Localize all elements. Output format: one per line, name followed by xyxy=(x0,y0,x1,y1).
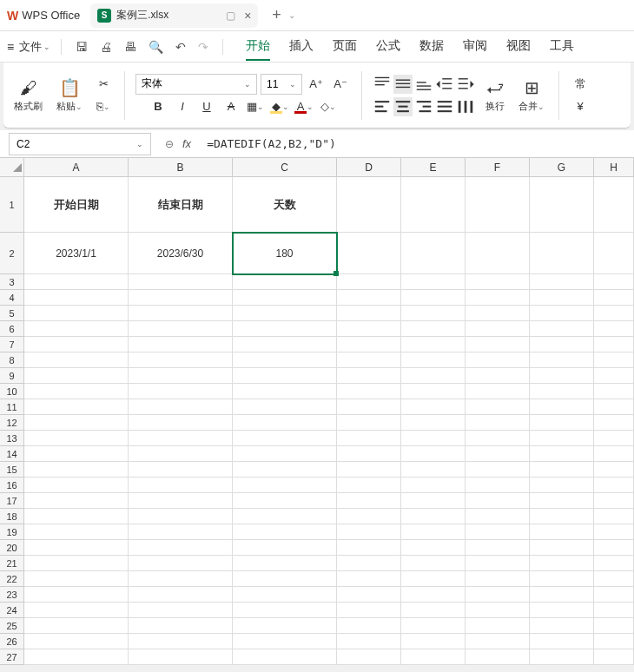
cell-B4[interactable] xyxy=(129,290,233,306)
cell-B15[interactable] xyxy=(129,462,233,478)
cell-C17[interactable] xyxy=(233,493,337,509)
cell-D21[interactable] xyxy=(337,556,401,571)
cell-F18[interactable] xyxy=(466,509,530,524)
column-header-C[interactable]: C xyxy=(233,158,337,177)
currency-icon[interactable]: ¥ xyxy=(570,96,591,117)
cell-E17[interactable] xyxy=(401,493,466,509)
row-header[interactable]: 3 xyxy=(0,274,24,290)
cell-B5[interactable] xyxy=(129,306,233,321)
cell-G7[interactable] xyxy=(530,337,594,352)
row-header[interactable]: 21 xyxy=(0,556,24,571)
cell-E4[interactable] xyxy=(401,290,466,306)
font-size-select[interactable]: 11⌄ xyxy=(261,74,302,95)
cell-H15[interactable] xyxy=(594,462,634,478)
cell-G24[interactable] xyxy=(530,603,594,618)
cell-B16[interactable] xyxy=(129,478,233,493)
cell-B3[interactable] xyxy=(129,274,233,290)
cell-G5[interactable] xyxy=(530,306,594,321)
row-header[interactable]: 26 xyxy=(0,634,24,649)
tab-tools[interactable]: 工具 xyxy=(550,33,574,61)
cell-B9[interactable] xyxy=(129,368,233,384)
cell-F3[interactable] xyxy=(466,274,530,290)
cell-A2[interactable]: 2023/1/1 xyxy=(24,233,129,274)
cell-E3[interactable] xyxy=(401,274,466,290)
cell-E8[interactable] xyxy=(401,352,466,368)
cell-F17[interactable] xyxy=(466,493,530,509)
cell-A12[interactable] xyxy=(24,415,129,431)
undo-icon[interactable]: ↶ xyxy=(172,40,189,54)
cell-B25[interactable] xyxy=(129,618,233,634)
cell-D2[interactable] xyxy=(337,233,401,274)
cell-B12[interactable] xyxy=(129,415,233,431)
bold-button[interactable]: B xyxy=(148,96,168,117)
cell-A26[interactable] xyxy=(24,634,129,649)
cell-E12[interactable] xyxy=(401,415,466,431)
cell-G6[interactable] xyxy=(530,321,594,337)
italic-button[interactable]: I xyxy=(172,96,193,117)
cell-A8[interactable] xyxy=(24,352,129,368)
select-all-corner[interactable] xyxy=(0,158,24,177)
cell-H6[interactable] xyxy=(594,321,634,337)
new-tab-button[interactable]: + xyxy=(272,6,281,24)
cell-C10[interactable] xyxy=(233,384,337,399)
cell-H4[interactable] xyxy=(594,290,634,306)
cell-F9[interactable] xyxy=(466,368,530,384)
cell-D19[interactable] xyxy=(337,524,401,540)
cell-A7[interactable] xyxy=(24,337,129,352)
row-header[interactable]: 9 xyxy=(0,368,24,384)
cell-E6[interactable] xyxy=(401,321,466,337)
cell-C4[interactable] xyxy=(233,290,337,306)
cell-D16[interactable] xyxy=(337,478,401,493)
justify-icon[interactable] xyxy=(435,97,454,116)
cell-D27[interactable] xyxy=(337,649,401,665)
increase-font-icon[interactable]: A⁺ xyxy=(306,74,327,95)
cell-C11[interactable] xyxy=(233,399,337,415)
cut-icon[interactable]: ✂ xyxy=(93,74,114,95)
cell-D17[interactable] xyxy=(337,493,401,509)
cell-H19[interactable] xyxy=(594,524,634,540)
cell-F10[interactable] xyxy=(466,384,530,399)
row-header[interactable]: 20 xyxy=(0,540,24,556)
cell-F12[interactable] xyxy=(466,415,530,431)
cell-D4[interactable] xyxy=(337,290,401,306)
cell-G4[interactable] xyxy=(530,290,594,306)
cell-C12[interactable] xyxy=(233,415,337,431)
cell-H21[interactable] xyxy=(594,556,634,571)
name-box[interactable]: C2 ⌄ xyxy=(9,133,151,155)
export-icon[interactable]: 🖨 xyxy=(96,40,116,54)
font-name-select[interactable]: 宋体⌄ xyxy=(135,74,257,95)
decrease-font-icon[interactable]: A⁻ xyxy=(330,74,351,95)
cell-G19[interactable] xyxy=(530,524,594,540)
cell-G15[interactable] xyxy=(530,462,594,478)
cell-E18[interactable] xyxy=(401,509,466,524)
align-right-icon[interactable] xyxy=(414,97,433,116)
cell-B19[interactable] xyxy=(129,524,233,540)
tab-data[interactable]: 数据 xyxy=(419,33,444,61)
cell-H17[interactable] xyxy=(594,493,634,509)
cell-A11[interactable] xyxy=(24,399,129,415)
cell-A6[interactable] xyxy=(24,321,129,337)
cell-H16[interactable] xyxy=(594,478,634,493)
cell-A5[interactable] xyxy=(24,306,129,321)
cell-B20[interactable] xyxy=(129,540,233,556)
cell-B2[interactable]: 2023/6/30 xyxy=(129,233,233,274)
row-header[interactable]: 15 xyxy=(0,462,24,478)
cell-A24[interactable] xyxy=(24,603,129,618)
cell-C27[interactable] xyxy=(233,649,337,665)
cell-H18[interactable] xyxy=(594,509,634,524)
column-header-A[interactable]: A xyxy=(24,158,129,177)
decrease-indent-icon[interactable] xyxy=(435,75,454,94)
cell-D22[interactable] xyxy=(337,571,401,587)
cell-F6[interactable] xyxy=(466,321,530,337)
cell-D8[interactable] xyxy=(337,352,401,368)
cell-B24[interactable] xyxy=(129,603,233,618)
tab-insert[interactable]: 插入 xyxy=(289,33,314,61)
cell-B21[interactable] xyxy=(129,556,233,571)
cell-E24[interactable] xyxy=(401,603,466,618)
cell-E7[interactable] xyxy=(401,337,466,352)
save-icon[interactable]: 🖫 xyxy=(72,40,91,54)
row-header[interactable]: 27 xyxy=(0,649,24,665)
cell-E23[interactable] xyxy=(401,587,466,603)
increase-indent-icon[interactable] xyxy=(456,75,475,94)
align-top-icon[interactable] xyxy=(373,75,392,94)
